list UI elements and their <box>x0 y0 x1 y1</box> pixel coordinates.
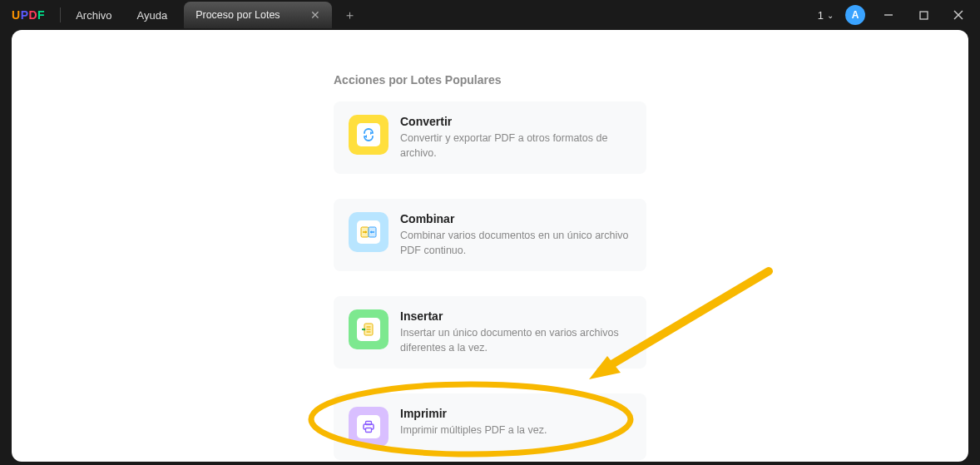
action-convert[interactable]: Convertir Convertir y exportar PDF a otr… <box>334 101 646 174</box>
action-print[interactable]: Imprimir Imprimir múltiples PDF a la vez… <box>334 393 646 460</box>
one-dropdown[interactable]: 1 ⌄ <box>818 9 834 22</box>
insert-icon <box>349 309 389 349</box>
action-title: Insertar <box>400 309 631 323</box>
action-desc: Convertir y exportar PDF a otros formato… <box>400 131 631 161</box>
divider <box>60 7 61 22</box>
combine-icon <box>349 212 389 252</box>
close-icon[interactable]: ✕ <box>310 8 320 22</box>
one-label: 1 <box>818 9 824 22</box>
avatar[interactable]: A <box>845 5 865 25</box>
print-icon <box>349 407 389 447</box>
svg-rect-19 <box>366 422 372 425</box>
section-title: Acciones por Lotes Populares <box>334 73 646 87</box>
action-desc: Insertar un único documento en varios ar… <box>400 326 631 355</box>
menu-help[interactable]: Ayuda <box>137 9 168 22</box>
maximize-button[interactable] <box>912 3 935 27</box>
content-area: Acciones por Lotes Populares Convertir <box>12 30 968 462</box>
menu-file[interactable]: Archivo <box>76 9 111 22</box>
window-controls: 1 ⌄ A <box>818 3 970 27</box>
action-title: Convertir <box>400 115 631 128</box>
close-button[interactable] <box>947 3 970 27</box>
action-title: Combinar <box>400 212 631 225</box>
action-desc: Imprimir múltiples PDF a la vez. <box>400 423 631 438</box>
action-insert[interactable]: Insertar Insertar un único documento en … <box>334 296 646 369</box>
svg-rect-1 <box>920 12 928 19</box>
chevron-down-icon: ⌄ <box>827 11 834 20</box>
action-combine[interactable]: Combinar Combinar varios documentos en u… <box>334 199 646 271</box>
add-tab-button[interactable]: ＋ <box>344 7 356 23</box>
tab-bar: Proceso por Lotes ✕ ＋ <box>184 2 355 28</box>
svg-rect-20 <box>366 428 372 433</box>
minimize-button[interactable] <box>877 3 900 27</box>
main-menu: Archivo Ayuda <box>76 9 167 22</box>
tab-label: Proceso por Lotes <box>196 9 280 21</box>
action-list: Convertir Convertir y exportar PDF a otr… <box>334 101 646 460</box>
titlebar: UPDF Archivo Ayuda Proceso por Lotes ✕ ＋… <box>0 0 980 30</box>
action-title: Imprimir <box>400 407 631 420</box>
action-desc: Combinar varios documentos en un único a… <box>400 229 631 258</box>
logo: UPDF <box>12 8 45 22</box>
tab-batch[interactable]: Proceso por Lotes ✕ <box>184 2 331 28</box>
convert-icon <box>349 115 389 155</box>
